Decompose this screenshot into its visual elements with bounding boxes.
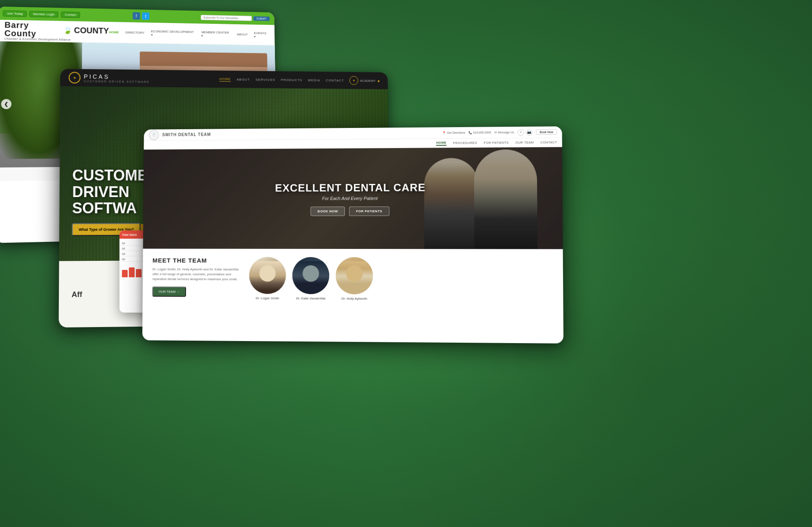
phone-icon: 📞 xyxy=(469,131,472,134)
dental-for-patients-button[interactable]: FOR PATIENTS xyxy=(349,206,389,216)
tablet-row-label-3: Q3 xyxy=(122,253,125,255)
barry-newsletter-form: SUBMIT xyxy=(200,15,270,21)
doctor-3-name: Dr. Holly Aylworth xyxy=(342,297,368,300)
dental-hero-subtitle: For Each And Every Patient xyxy=(184,195,520,201)
dental-meet-section: MEET THE TEAM Dr. Logan Smith, Dr. Holly… xyxy=(142,249,563,316)
barry-top-buttons: Join Today Member Login Contact xyxy=(3,10,80,18)
barry-prev-button[interactable]: ❮ xyxy=(1,99,12,109)
dental-nav-patients[interactable]: FOR PATIENTS xyxy=(484,141,509,144)
dental-nav-home[interactable]: HOME xyxy=(436,141,447,146)
dental-directions[interactable]: 📍 Get Directions xyxy=(442,131,465,134)
doctor-3-photo xyxy=(336,257,373,295)
dental-doctors: Dr. Logan Smith Dr. Katie VanderWal Dr. … xyxy=(249,257,373,301)
barry-social-icons: f t xyxy=(133,12,149,20)
newsletter-input[interactable] xyxy=(200,15,251,21)
barry-nav-events[interactable]: EVENTS ▾ xyxy=(254,31,268,39)
dental-social-icons: f 📷 xyxy=(517,129,533,135)
county-text: COUNTY xyxy=(74,26,109,35)
dental-topbar-right: 📍 Get Directions 📞 616.855.0909 ✉ Messag… xyxy=(442,129,557,136)
tablet-row-label-1: Q1 xyxy=(122,242,125,244)
member-login-button[interactable]: Member Login xyxy=(29,11,58,17)
doctor-1-photo xyxy=(249,257,286,294)
dental-book-now-button[interactable]: BOOK NOW xyxy=(311,207,345,216)
dental-nav-procedures[interactable]: PROCEDURES xyxy=(453,141,477,145)
picas-nav-media[interactable]: MEDIA xyxy=(308,78,320,82)
barry-logo-title: Barry County 🍃 COUNTY xyxy=(5,21,109,39)
facebook-icon[interactable]: f xyxy=(133,12,140,20)
picas-logo-text-group: PICAS CUSTOMER DRIVEN SOFTWARE xyxy=(84,73,150,83)
dental-logo-text: SMITH DENTAL TEAM xyxy=(162,132,211,137)
barry-logo: Barry County 🍃 COUNTY Chamber & Economic… xyxy=(5,21,109,42)
tablet-title: Total Sales xyxy=(122,233,137,236)
doctor-1-name: Dr. Logan Smith xyxy=(256,296,279,300)
dental-meet-description: Dr. Logan Smith, Dr. Holly Aylworth and … xyxy=(152,267,241,282)
bar-3 xyxy=(136,269,142,277)
dental-screen: 🦷 SMITH DENTAL TEAM 📍 Get Directions 📞 6… xyxy=(142,126,563,344)
doctor-2-photo xyxy=(292,257,329,294)
twitter-icon[interactable]: t xyxy=(142,12,149,20)
join-today-button[interactable]: Join Today xyxy=(3,10,27,17)
picas-logo: ✦ PICAS CUSTOMER DRIVEN SOFTWARE xyxy=(69,72,150,84)
bar-1 xyxy=(122,270,128,277)
barry-nav-directory[interactable]: DIRECTORY xyxy=(126,29,144,36)
dental-hero-content: EXCELLENT DENTAL CARE For Each And Every… xyxy=(184,181,519,216)
barry-nav-about[interactable]: ABOUT xyxy=(237,31,248,38)
dental-phone[interactable]: 📞 616.855.0909 xyxy=(469,131,491,134)
tablet-row-label-2: Q2 xyxy=(122,247,125,250)
dental-doctor-1: Dr. Logan Smith xyxy=(249,257,286,300)
message-icon: ✉ xyxy=(494,131,497,134)
picas-title: PICAS xyxy=(84,73,150,80)
message-text: Message Us xyxy=(498,131,514,134)
dental-nav-contact[interactable]: CONTACT xyxy=(540,140,557,144)
location-icon: 📍 xyxy=(442,131,446,135)
doctor-2-name: Dr. Katie VanderWal xyxy=(296,297,325,300)
picas-nav-products[interactable]: PRODUCTS xyxy=(281,78,302,81)
newsletter-submit-button[interactable]: SUBMIT xyxy=(253,16,270,21)
dental-doctor-2: Dr. Katie VanderWal xyxy=(292,257,329,300)
barry-nav: HOME DIRECTORY ECONOMIC DEVELOPMENT ▾ ME… xyxy=(109,28,268,38)
dental-hero-buttons: BOOK NOW FOR PATIENTS xyxy=(184,206,519,216)
picas-nav-services[interactable]: SERVICES xyxy=(256,78,275,81)
tablet-row-label-4: Q4 xyxy=(122,258,125,260)
barry-nav-member[interactable]: MEMBER CENTER ▾ xyxy=(201,30,230,38)
dental-message[interactable]: ✉ Message Us xyxy=(494,131,514,134)
dental-logo: 🦷 SMITH DENTAL TEAM xyxy=(149,129,211,140)
picas-logo-icon: ✦ xyxy=(69,72,81,84)
dental-our-team-button[interactable]: OUR TEAM → xyxy=(152,286,186,297)
picas-nav-about[interactable]: ABOUT xyxy=(237,77,250,81)
dental-logo-icon: 🦷 xyxy=(149,130,159,140)
barry-nav-econ[interactable]: ECONOMIC DEVELOPMENT ▾ xyxy=(151,29,195,37)
phone-number: 616.855.0909 xyxy=(473,131,491,134)
picas-header: ✦ PICAS CUSTOMER DRIVEN SOFTWARE HOME AB… xyxy=(60,69,388,89)
picas-nav: HOME ABOUT SERVICES PRODUCTS MEDIA CONTA… xyxy=(219,74,380,85)
dental-doctor-3: Dr. Holly Aylworth xyxy=(336,257,373,301)
dental-facebook-icon[interactable]: f xyxy=(517,129,524,135)
picas-academy[interactable]: ✦ ACADEMY ● xyxy=(349,76,380,85)
picas-nav-home[interactable]: HOME xyxy=(219,77,231,81)
get-directions-text: Get Directions xyxy=(447,131,465,134)
dental-hero: EXCELLENT DENTAL CARE For Each And Every… xyxy=(143,147,563,249)
dental-book-button[interactable]: Book Now xyxy=(536,129,557,135)
leaf-icon: 🍃 xyxy=(63,26,72,34)
bar-2 xyxy=(129,267,135,277)
contact-button[interactable]: Contact xyxy=(61,11,80,18)
picas-nav-contact[interactable]: CONTACT xyxy=(326,79,344,82)
dental-hero-title: EXCELLENT DENTAL CARE xyxy=(184,181,519,195)
dental-meet-title: MEET THE TEAM xyxy=(153,257,241,264)
dental-instagram-icon[interactable]: 📷 xyxy=(526,129,533,135)
barry-text: Barry County xyxy=(5,21,62,38)
dental-meet-text: MEET THE TEAM Dr. Logan Smith, Dr. Holly… xyxy=(152,257,241,297)
dental-nav-team[interactable]: OUR TEAM xyxy=(516,141,534,144)
barry-nav-home[interactable]: HOME xyxy=(109,28,119,36)
picas-subtitle: CUSTOMER DRIVEN SOFTWARE xyxy=(84,80,150,84)
